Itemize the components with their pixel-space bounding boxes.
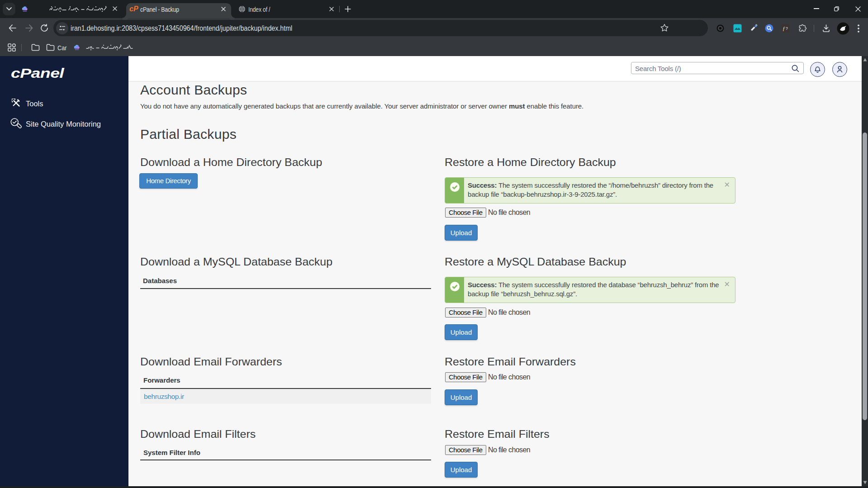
svg-text:?: ? — [786, 26, 788, 31]
